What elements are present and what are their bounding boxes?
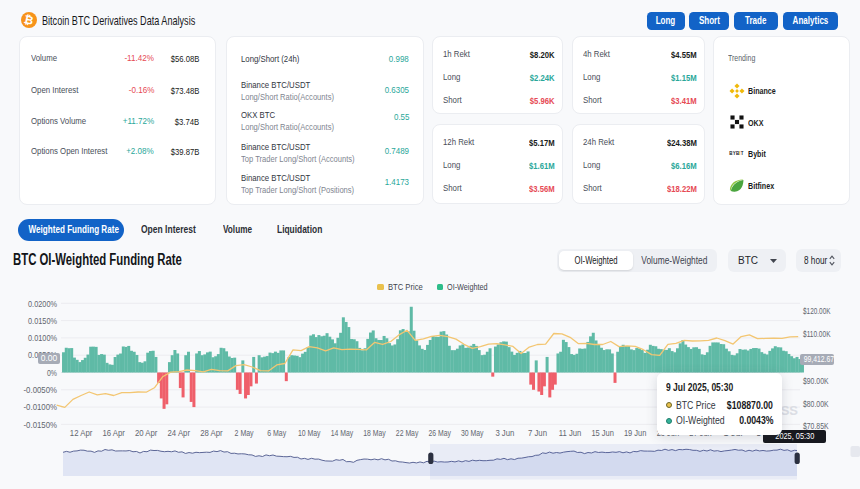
svg-text:14 May: 14 May	[331, 428, 354, 438]
svg-text:-0.0050%: -0.0050%	[24, 385, 58, 395]
svg-text:$120.00K: $120.00K	[803, 306, 831, 316]
svg-text:19 Jun: 19 Jun	[624, 428, 647, 438]
svg-text:15 Jun: 15 Jun	[591, 428, 614, 438]
svg-text:24 Apr: 24 Apr	[168, 428, 191, 438]
svg-text:0%: 0%	[47, 368, 57, 378]
svg-text:0.0200%: 0.0200%	[28, 299, 57, 309]
svg-text:7 Jun: 7 Jun	[528, 428, 547, 438]
svg-text:28 Apr: 28 Apr	[200, 428, 223, 438]
svg-text:0.0150%: 0.0150%	[28, 316, 57, 326]
svg-text:12 Apr: 12 Apr	[70, 428, 93, 438]
svg-text:-0.0100%: -0.0100%	[24, 402, 58, 412]
svg-text:30 May: 30 May	[461, 428, 484, 438]
svg-text:18 May: 18 May	[363, 428, 386, 438]
svg-text:11 Jun: 11 Jun	[559, 428, 582, 438]
svg-text:16 Apr: 16 Apr	[102, 428, 125, 438]
svg-text:26 May: 26 May	[428, 428, 451, 438]
svg-text:$80.00K: $80.00K	[803, 399, 829, 409]
svg-text:20 Apr: 20 Apr	[135, 428, 158, 438]
svg-text:-0.0150%: -0.0150%	[24, 420, 58, 430]
svg-text:6 May: 6 May	[267, 428, 286, 438]
svg-text:$90.00K: $90.00K	[803, 376, 829, 386]
svg-text:0.0100%: 0.0100%	[28, 333, 57, 343]
svg-text:10 May: 10 May	[298, 428, 321, 438]
svg-text:2 May: 2 May	[235, 428, 254, 438]
svg-text:22 May: 22 May	[396, 428, 419, 438]
svg-text:3 Jun: 3 Jun	[495, 428, 514, 438]
svg-text:$110.00K: $110.00K	[803, 329, 831, 339]
